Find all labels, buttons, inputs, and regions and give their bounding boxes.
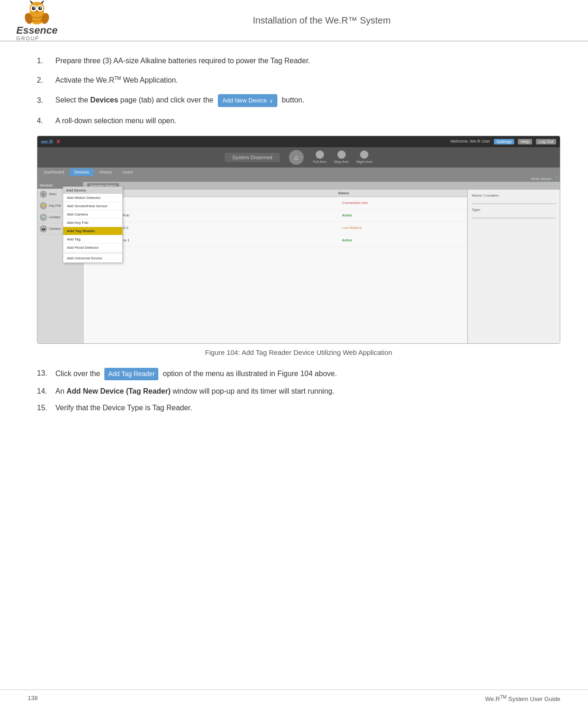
step-2: 2. Activate the We.RTM Web Application. [37, 75, 560, 86]
dropdown-item-tagreader[interactable]: Add Tag Reader [63, 227, 122, 235]
stay-arm-button[interactable]: Stay Arm [334, 150, 348, 164]
device-label-siren: Siren [49, 192, 56, 196]
webapp-body: Devices 🔊 Siren 🔑 Key Fob 📡 Contact [37, 182, 560, 343]
step-3-text: Select the Devices page (tab) and click … [55, 94, 560, 107]
device-status-contact: Low Battery [342, 226, 463, 230]
step-2-text: Activate the We.RTM Web Application. [55, 75, 560, 86]
step-4-num: 4. [37, 115, 55, 126]
table-row[interactable]: Siren-1 Connection lost [84, 197, 467, 210]
device-table: Name/Location Status Siren-1 Connection … [84, 190, 468, 343]
add-new-device-button[interactable]: Add New Device ∨ [218, 94, 277, 107]
tab-users[interactable]: Users [118, 168, 138, 176]
devices-bold: Devices [90, 96, 119, 104]
figure-screenshot: we.R ✕ Welcome, We.R User Settings Help … [37, 136, 560, 344]
device-name-contact: MagnetiContact-2 [99, 226, 342, 230]
footer-step-14: 14. An Add New Device (Tag Reader) windo… [37, 386, 560, 397]
step-3-num: 3. [37, 95, 55, 106]
device-icon-siren: 🔊 [40, 191, 47, 198]
dropdown-item-camera[interactable]: Add Camera [63, 210, 122, 219]
dropdown-item-keyfob[interactable]: Add Key Fob [63, 219, 122, 227]
table-row[interactable]: Niv Arel's Key Fob Active [84, 210, 467, 222]
full-arm-circle [316, 150, 324, 159]
owl-icon [23, 0, 51, 25]
device-icon-camera: 📷 [40, 225, 47, 233]
dropdown-item-smoke[interactable]: Add Smoke/Heat Sensor [63, 202, 122, 210]
device-table-area: Name/Location Status Siren-1 Connection … [84, 190, 560, 343]
speaker-icon[interactable]: 🔊 [552, 177, 557, 181]
footer-step-13-text: Click over the Add Tag Reader option of … [55, 368, 337, 380]
step-1-text: Prepare three (3) AA-size Alkaline batte… [55, 55, 560, 66]
footer-step-15-num: 15. [37, 402, 55, 413]
footer-step-13-suffix: option of the menu as illustrated in Fig… [163, 370, 337, 377]
settings-button[interactable]: Settings [494, 139, 515, 144]
col-name-header: Name/Location [87, 191, 338, 195]
dropdown-item-tag[interactable]: Add Tag [63, 235, 122, 244]
footer-step-14-num: 14. [37, 386, 55, 397]
webapp-logo: we.R [41, 139, 53, 144]
detail-name-value [472, 198, 556, 204]
mute-label: Mute Sound [531, 177, 551, 181]
footer-steps: 13. Click over the Add Tag Reader option… [37, 368, 560, 413]
footer-step-13: 13. Click over the Add Tag Reader option… [37, 368, 560, 380]
dropdown-item-motion[interactable]: Add Motion Detector [63, 194, 122, 202]
add-new-device-label: Add New Device [222, 96, 267, 105]
help-button[interactable]: Help [518, 139, 532, 144]
full-arm-button[interactable]: Full Arm [313, 150, 326, 164]
webapp-topbar: we.R ✕ Welcome, We.R User Settings Help … [37, 136, 560, 147]
logout-button[interactable]: Log Out [536, 139, 556, 144]
device-name-camera: Niv Test Camera 1 [99, 238, 342, 242]
device-label-contact: Contact [49, 216, 60, 219]
night-arm-circle [360, 150, 368, 159]
logo-essence-text: Essence GROUP [16, 25, 57, 41]
detail-type-value [472, 213, 556, 218]
logo: Essence GROUP [9, 0, 65, 41]
table-row[interactable]: Niv Test Camera 1 Active [84, 234, 467, 247]
system-status: System Disarmed [225, 153, 280, 162]
page-header: Essence GROUP Installation of the We.R™ … [0, 0, 588, 42]
dropdown-item-flood[interactable]: Add Flood Detector [63, 244, 122, 252]
device-icon-contact: 📡 [40, 214, 47, 221]
footer-step-13-num: 13. [37, 368, 55, 379]
tab-history[interactable]: History [95, 168, 117, 176]
webapp-topbar-right: Welcome, We.R User Settings Help Log Out [450, 139, 556, 144]
night-arm-label: Night Arm [356, 160, 372, 164]
device-name-siren: Siren-1 [99, 201, 342, 205]
step-4-text: A roll-down selection menu will open. [55, 115, 560, 126]
webapp-ui: we.R ✕ Welcome, We.R User Settings Help … [37, 136, 560, 343]
add-tag-reader-button[interactable]: Add Tag Reader [104, 368, 158, 380]
step-4: 4. A roll-down selection menu will open. [37, 115, 560, 126]
tab-dashboard[interactable]: Dashboard [39, 168, 69, 176]
device-status-camera: Active [342, 238, 463, 242]
step-1-num: 1. [37, 55, 55, 66]
device-status-siren: Connection lost [342, 201, 463, 205]
stay-arm-label: Stay Arm [334, 160, 348, 164]
dropdown-item-universal[interactable]: Add Universal Device [63, 254, 122, 263]
webapp-statusbar: System Disarmed ⌂ Full Arm Stay Arm Nigh… [37, 147, 560, 168]
doc-title: We.RTM System User Guide [485, 695, 560, 702]
stay-arm-circle [337, 150, 346, 159]
welcome-text: Welcome, We.R User [450, 139, 490, 144]
step-2-num: 2. [37, 75, 55, 86]
night-arm-button[interactable]: Night Arm [356, 150, 372, 164]
device-detail-panel: Name / Location: Type: [468, 190, 560, 343]
device-main: Automata Devices Name/Location Status [84, 182, 560, 343]
chevron-down-icon: ∨ [270, 97, 273, 104]
device-label-keyfob: Key Fob [49, 204, 61, 207]
device-status-keyfob: Active [342, 213, 463, 217]
figure-caption: Figure 104: Add Tag Reader Device Utiliz… [37, 348, 560, 356]
home-icon[interactable]: ⌂ [289, 150, 304, 165]
detail-type-field: Type: [472, 208, 556, 218]
add-device-dropdown: Add Device Add Motion Detector Add Smoke… [63, 186, 123, 263]
add-new-device-bold: Add New Device (Tag Reader) [66, 387, 171, 395]
table-header: Name/Location Status [84, 190, 467, 197]
device-name-keyfob: Niv Arel's Key Fob [99, 213, 342, 217]
close-icon[interactable]: ✕ [56, 138, 60, 145]
main-content: 1. Prepare three (3) AA-size Alkaline ba… [0, 42, 588, 433]
page-title: Installation of the We.R™ System [65, 15, 579, 26]
table-row[interactable]: MagnetiContact-2 Low Battery [84, 222, 467, 234]
footer-step-14-text: An Add New Device (Tag Reader) window wi… [55, 386, 334, 397]
tab-devices[interactable]: Devices [70, 168, 94, 176]
arm-buttons: Full Arm Stay Arm Night Arm [313, 150, 372, 164]
device-main-header: Automata Devices [84, 182, 560, 190]
footer-step-15: 15. Verify that the Device Type is Tag R… [37, 402, 560, 413]
